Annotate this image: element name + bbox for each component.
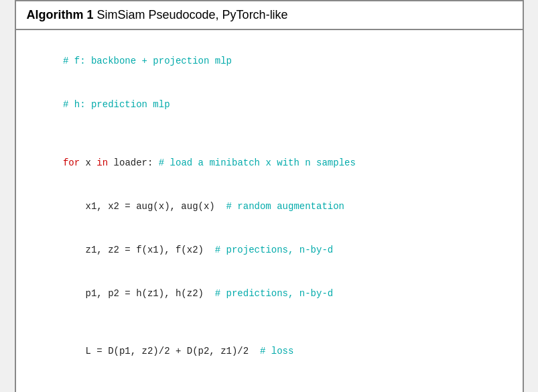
loss-line: L = D(p1, z2)/2 + D(p2, z1)/2 # loss: [29, 330, 509, 374]
aug-line: x1, x2 = aug(x), aug(x) # random augment…: [29, 185, 509, 228]
backward-line: L.backward() # back-propagate: [29, 389, 509, 393]
empty-2: [29, 316, 509, 330]
empty-1: [29, 127, 509, 141]
proj-line: z1, z2 = f(x1), f(x2) # projections, n-b…: [29, 228, 509, 272]
kw-for: for: [63, 157, 80, 168]
kw-in: in: [96, 157, 108, 168]
comment-line-1: # f: backbone + projection mlp: [29, 40, 509, 83]
empty-3: [29, 374, 509, 389]
loss-code: L = D(p1, z2)/2 + D(p2, z1)/2: [63, 346, 260, 356]
proj-code: z1, z2 = f(x1), f(x2): [63, 245, 215, 255]
proj-comment: # projections, n-by-d: [215, 245, 333, 255]
pred-code: p1, p2 = h(z1), h(z2): [63, 288, 215, 299]
algorithm-title: Algorithm 1 SimSiam Pseudocode, PyTorch-…: [16, 1, 523, 30]
for-loader: loader:: [108, 157, 159, 168]
algorithm-number: Algorithm 1: [27, 8, 94, 21]
comment-line-2: # h: prediction mlp: [29, 83, 509, 127]
comment-f: # f: backbone + projection mlp: [63, 56, 232, 66]
pred-line: p1, p2 = h(z1), h(z2) # predictions, n-b…: [29, 272, 509, 316]
aug-code: x1, x2 = aug(x), aug(x): [63, 201, 226, 212]
code-area: # f: backbone + projection mlp # h: pred…: [16, 30, 523, 392]
for-loader-comment: # load a minibatch x with n samples: [159, 157, 356, 168]
comment-h: # h: prediction mlp: [63, 99, 170, 110]
algorithm-name: SimSiam Pseudocode, PyTorch-like: [94, 8, 288, 21]
loss-comment: # loss: [260, 346, 293, 356]
for-x: x: [80, 157, 96, 168]
aug-comment: # random augmentation: [226, 201, 344, 212]
algorithm-box: Algorithm 1 SimSiam Pseudocode, PyTorch-…: [15, 0, 524, 392]
pred-comment: # predictions, n-by-d: [215, 288, 333, 299]
for-line: for x in loader: # load a minibatch x wi…: [29, 141, 509, 185]
